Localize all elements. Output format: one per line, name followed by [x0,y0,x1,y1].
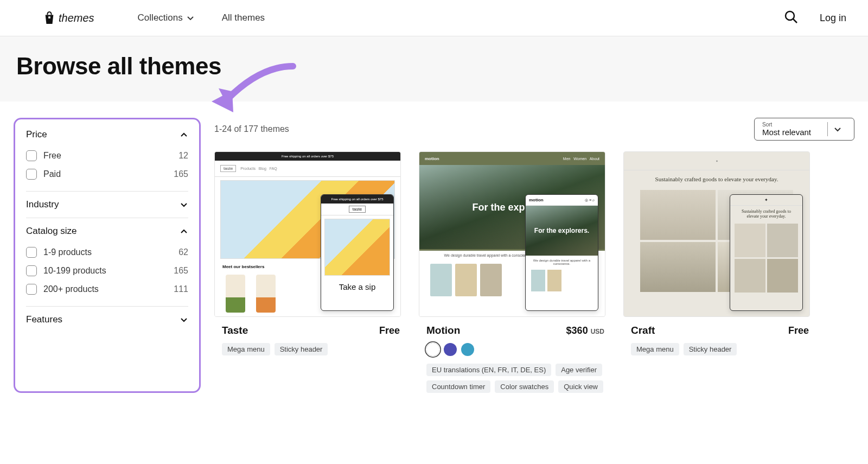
preview-mobile: motion ◎ ≡ ⌕ For the explorers. We desig… [525,194,598,311]
filter-catalog-title: Catalog size [26,226,77,237]
hero-banner: Browse all themes [0,36,868,101]
theme-name: Craft [631,325,655,336]
filter-price-toggle[interactable]: Price [26,129,188,140]
filter-opt-label: 10-199 products [43,266,174,276]
filter-catalog-size: Catalog size 1-9 products 62 10-199 prod… [26,218,188,307]
filter-industry: Industry [26,192,188,218]
filter-opt-count: 12 [178,151,188,161]
theme-tags: EU translations (EN, FR, IT, DE, ES) Age… [426,364,604,393]
svg-point-1 [786,11,794,20]
color-swatches [426,343,604,356]
filter-catalog-toggle[interactable]: Catalog size [26,226,188,237]
filter-opt-count: 165 [174,266,188,276]
filter-price: Price Free 12 Paid 165 [26,129,188,192]
swatch[interactable] [426,343,439,356]
filter-opt-label: Free [43,151,178,161]
page-title: Browse all themes [16,53,852,80]
filter-opt-label: 1-9 products [43,247,178,257]
preview-mobile-tag: We design durable travel apparel with a … [526,256,598,269]
filter-features-toggle[interactable]: Features [26,314,188,325]
filter-opt-paid[interactable]: Paid 165 [26,165,188,183]
tag: Mega menu [631,343,679,355]
chevron-down-icon [833,125,842,134]
theme-name: Motion [426,325,460,336]
filter-opt-10-199[interactable]: 10-199 products 165 [26,262,188,280]
preview-mobile-hero: For the explorers. [529,227,595,234]
theme-preview: motion Men Women About For the explorers… [419,151,605,317]
theme-preview: ✦ Sustainably crafted goods to elevate y… [623,151,810,317]
preview-mobile: ✦ Sustainably crafted goods to elevate y… [730,194,803,311]
checkbox[interactable] [26,265,37,276]
checkbox[interactable] [26,150,37,161]
preview-brand: taste [220,165,236,172]
sort-dropdown[interactable]: Sort Most relevant [754,118,854,141]
results-count: 1-24 of 177 themes [214,124,289,134]
checkbox[interactable] [26,247,37,258]
chevron-up-icon [180,227,188,236]
chevron-down-icon [186,14,195,22]
theme-tags: Mega menu Sticky header [222,343,400,355]
theme-name: Taste [222,325,248,336]
themes-grid: Free shipping on all orders over $75 tas… [214,151,854,393]
tag: Color swatches [495,380,554,393]
svg-rect-0 [48,16,50,18]
chevron-down-icon [180,315,188,324]
theme-card-taste[interactable]: Free shipping on all orders over $75 tas… [214,151,401,393]
preview-mobile: Free shipping on all orders over $75 tas… [321,194,394,311]
filters-panel: Price Free 12 Paid 165 Industry [14,118,201,393]
filter-opt-label: 200+ products [43,284,174,294]
theme-card-motion[interactable]: motion Men Women About For the explorers… [419,151,605,393]
swatch[interactable] [461,343,474,356]
checkbox[interactable] [26,169,37,180]
results-header: 1-24 of 177 themes Sort Most relevant [214,118,854,141]
logo-text: themes [59,12,94,24]
svg-line-2 [793,19,797,23]
tag: Sticky header [275,343,328,355]
tag: EU translations (EN, FR, IT, DE, ES) [426,364,551,376]
nav-all-themes-label: All themes [222,12,265,23]
filter-opt-200plus[interactable]: 200+ products 111 [26,280,188,298]
filter-opt-free[interactable]: Free 12 [26,147,188,165]
chevron-up-icon [180,130,188,139]
preview-brand: motion [425,156,439,161]
filter-opt-1-9[interactable]: 1-9 products 62 [26,243,188,262]
checkbox[interactable] [26,284,37,295]
chevron-down-icon [180,200,188,209]
filter-features: Features [26,307,188,328]
preview-headline: Sustainably crafted goods to elevate you… [624,170,809,188]
preview-cta: Take a sip [321,279,393,295]
filter-price-title: Price [26,129,47,140]
logo[interactable]: themes [43,11,94,25]
swatch[interactable] [444,343,457,356]
content-area: Price Free 12 Paid 165 Industry [0,101,868,409]
theme-card-craft[interactable]: ✦ Sustainably crafted goods to elevate y… [623,151,810,393]
search-button[interactable] [784,10,798,26]
preview-mobile-brand: motion [529,198,544,202]
nav-collections-label: Collections [138,12,183,23]
theme-preview: Free shipping on all orders over $75 tas… [214,151,401,317]
main-nav: Collections All themes [138,12,265,23]
nav-collections[interactable]: Collections [138,12,195,23]
annotation-arrow [206,61,298,120]
tag: Sticky header [684,343,737,355]
nav-all-themes[interactable]: All themes [222,12,265,23]
filter-opt-count: 111 [174,284,188,294]
theme-tags: Mega menu Sticky header [631,343,809,355]
tag: Quick view [558,380,603,393]
preview-banner: Free shipping on all orders over $75 [215,152,400,161]
theme-price: $360 USD [566,325,604,336]
tag: Countdown timer [426,380,490,393]
filter-industry-title: Industry [26,199,59,210]
filter-industry-toggle[interactable]: Industry [26,199,188,210]
login-link[interactable]: Log in [820,12,846,24]
preview-mobile-banner: Free shipping on all orders over $75 [321,195,393,204]
theme-price: Free [788,325,809,336]
results-area: 1-24 of 177 themes Sort Most relevant Fr… [214,118,854,393]
preview-mobile-brand: taste [349,206,366,213]
search-icon [784,10,798,24]
sort-label: Sort [762,122,811,128]
tag: Age verifier [556,364,602,376]
sort-value: Most relevant [762,128,811,137]
filter-opt-count: 62 [178,247,188,257]
shopify-bag-icon [43,11,55,25]
